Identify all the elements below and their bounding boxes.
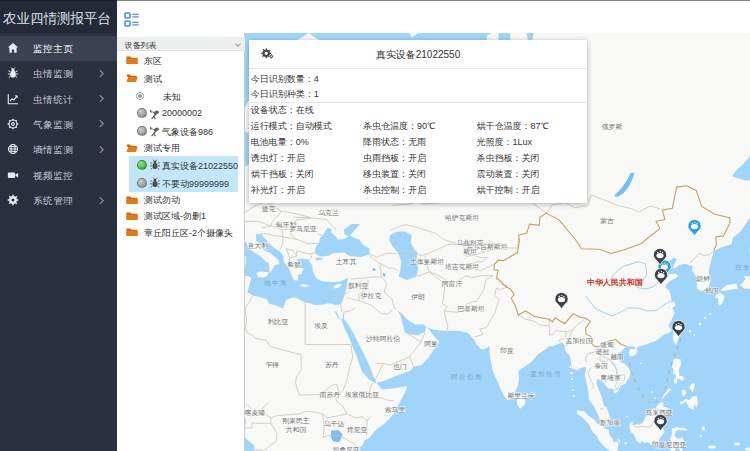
svg-text:孟加拉湾: 孟加拉湾 bbox=[530, 370, 562, 378]
svg-text:日本海: 日本海 bbox=[735, 264, 750, 272]
svg-text:坦桑尼亚: 坦桑尼亚 bbox=[331, 446, 359, 451]
svg-text:阿拉伯海: 阿拉伯海 bbox=[451, 373, 483, 381]
svg-text:喀麦隆: 喀麦隆 bbox=[245, 409, 266, 417]
svg-text:阿曼: 阿曼 bbox=[424, 340, 438, 348]
svg-text:苏丹: 苏丹 bbox=[325, 361, 339, 368]
svg-text:朝鲜: 朝鲜 bbox=[696, 275, 710, 283]
svg-text:罗马尼亚: 罗马尼亚 bbox=[289, 225, 316, 233]
svg-text:地中海: 地中海 bbox=[264, 279, 288, 287]
svg-text:埃塞俄比亚: 埃塞俄比亚 bbox=[344, 391, 379, 399]
svg-text:中华人民共和国: 中华人民共和国 bbox=[587, 278, 643, 287]
svg-text:印度: 印度 bbox=[500, 347, 514, 355]
svg-text:土耳其: 土耳其 bbox=[336, 258, 357, 266]
svg-text:乌干达: 乌干达 bbox=[324, 420, 345, 427]
svg-text:蒙古: 蒙古 bbox=[600, 217, 614, 225]
svg-text:老挝: 老挝 bbox=[596, 348, 610, 356]
svg-text:乌兹别克: 乌兹别克 bbox=[456, 239, 483, 247]
svg-text:共和国: 共和国 bbox=[286, 426, 306, 434]
svg-text:印度尼西亚: 印度尼西亚 bbox=[652, 441, 686, 449]
svg-text:俄罗斯: 俄罗斯 bbox=[602, 123, 623, 131]
svg-text:也门: 也门 bbox=[393, 363, 407, 370]
svg-text:塔吉克斯坦: 塔吉克斯坦 bbox=[444, 263, 479, 271]
svg-text:肯尼亚: 肯尼亚 bbox=[347, 426, 368, 433]
svg-text:越南: 越南 bbox=[610, 353, 624, 361]
svg-text:伊拉克: 伊拉克 bbox=[361, 292, 382, 300]
svg-text:索马里: 索马里 bbox=[385, 406, 406, 413]
svg-text:捷克: 捷克 bbox=[262, 205, 276, 213]
svg-text:斯里兰卡: 斯里兰卡 bbox=[507, 392, 534, 399]
svg-text:利比亚: 利比亚 bbox=[268, 318, 289, 326]
svg-text:哈萨克斯坦: 哈萨克斯坦 bbox=[445, 214, 479, 222]
svg-text:孟加拉国: 孟加拉国 bbox=[565, 337, 592, 345]
svg-text:阿富汗: 阿富汗 bbox=[442, 280, 463, 288]
svg-text:刚果民主: 刚果民主 bbox=[282, 417, 309, 425]
svg-text:沙特阿拉伯: 沙特阿拉伯 bbox=[366, 335, 400, 343]
svg-text:意大利: 意大利 bbox=[247, 242, 269, 250]
svg-text:南苏丹: 南苏丹 bbox=[320, 391, 341, 398]
svg-text:希腊: 希腊 bbox=[286, 261, 301, 269]
svg-text:乌克兰: 乌克兰 bbox=[318, 209, 339, 217]
svg-text:韩国: 韩国 bbox=[705, 287, 719, 295]
svg-text:巴基斯坦: 巴基斯坦 bbox=[457, 305, 484, 312]
svg-text:伊朗: 伊朗 bbox=[411, 293, 425, 301]
svg-text:土库曼斯坦: 土库曼斯坦 bbox=[410, 258, 444, 266]
svg-text:柬埔寨: 柬埔寨 bbox=[600, 374, 621, 382]
svg-text:乍得: 乍得 bbox=[265, 361, 279, 369]
svg-text:新加坡: 新加坡 bbox=[600, 419, 621, 426]
svg-text:泰国: 泰国 bbox=[594, 362, 608, 370]
svg-text:埃及: 埃及 bbox=[313, 322, 328, 329]
svg-text:叙利亚: 叙利亚 bbox=[348, 282, 369, 290]
svg-text:斯坦: 斯坦 bbox=[463, 248, 477, 255]
